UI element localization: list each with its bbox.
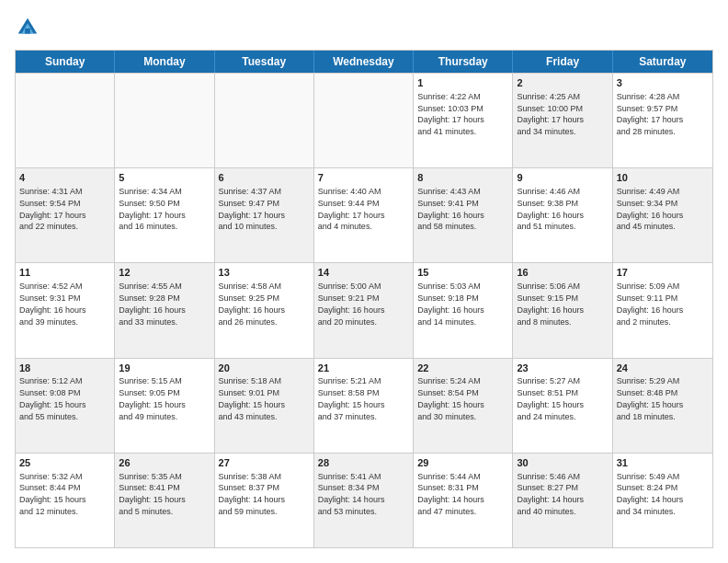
cell-info: Sunrise: 4:40 AM Sunset: 9:44 PM Dayligh… <box>318 187 385 231</box>
calendar-row-5: 25Sunrise: 5:32 AM Sunset: 8:44 PM Dayli… <box>16 453 712 547</box>
calendar: SundayMondayTuesdayWednesdayThursdayFrid… <box>15 50 713 548</box>
cell-info: Sunrise: 5:21 AM Sunset: 8:58 PM Dayligh… <box>318 376 385 420</box>
header-day-sunday: Sunday <box>16 51 115 73</box>
header-day-saturday: Saturday <box>613 51 712 73</box>
calendar-cell-15: 15Sunrise: 5:03 AM Sunset: 9:18 PM Dayli… <box>414 263 513 357</box>
calendar-row-2: 4Sunrise: 4:31 AM Sunset: 9:54 PM Daylig… <box>16 167 712 262</box>
day-number: 3 <box>617 76 709 90</box>
logo-icon <box>15 15 40 40</box>
calendar-header: SundayMondayTuesdayWednesdayThursdayFrid… <box>16 51 712 73</box>
calendar-cell-24: 24Sunrise: 5:29 AM Sunset: 8:48 PM Dayli… <box>613 359 712 453</box>
cell-info: Sunrise: 4:31 AM Sunset: 9:54 PM Dayligh… <box>19 187 86 231</box>
day-number: 22 <box>417 362 508 375</box>
calendar-cell-11: 11Sunrise: 4:52 AM Sunset: 9:31 PM Dayli… <box>16 263 115 357</box>
header-day-wednesday: Wednesday <box>314 51 414 73</box>
header-day-thursday: Thursday <box>414 51 513 73</box>
calendar-cell-2: 2Sunrise: 4:25 AM Sunset: 10:00 PM Dayli… <box>513 74 612 167</box>
day-number: 21 <box>318 362 409 375</box>
day-number: 28 <box>318 456 409 470</box>
calendar-cell-20: 20Sunrise: 5:18 AM Sunset: 9:01 PM Dayli… <box>215 359 314 453</box>
day-number: 1 <box>417 76 508 90</box>
cell-info: Sunrise: 5:00 AM Sunset: 9:21 PM Dayligh… <box>318 282 385 326</box>
calendar-cell-19: 19Sunrise: 5:15 AM Sunset: 9:05 PM Dayli… <box>115 359 214 453</box>
day-number: 12 <box>119 266 210 280</box>
header-day-monday: Monday <box>115 51 214 73</box>
day-number: 23 <box>517 362 608 375</box>
cell-info: Sunrise: 5:09 AM Sunset: 9:11 PM Dayligh… <box>617 282 684 326</box>
calendar-body: 1Sunrise: 4:22 AM Sunset: 10:03 PM Dayli… <box>16 73 712 547</box>
day-number: 24 <box>617 362 709 375</box>
cell-info: Sunrise: 5:12 AM Sunset: 9:08 PM Dayligh… <box>19 376 86 420</box>
day-number: 18 <box>19 362 110 375</box>
calendar-cell-13: 13Sunrise: 4:58 AM Sunset: 9:25 PM Dayli… <box>215 263 314 357</box>
day-number: 17 <box>617 266 709 280</box>
calendar-cell-1: 1Sunrise: 4:22 AM Sunset: 10:03 PM Dayli… <box>414 74 513 167</box>
calendar-cell-22: 22Sunrise: 5:24 AM Sunset: 8:54 PM Dayli… <box>414 359 513 453</box>
cell-info: Sunrise: 5:46 AM Sunset: 8:27 PM Dayligh… <box>517 472 584 516</box>
day-number: 16 <box>517 266 608 280</box>
day-number: 6 <box>219 171 310 185</box>
day-number: 27 <box>219 456 310 470</box>
cell-info: Sunrise: 4:46 AM Sunset: 9:38 PM Dayligh… <box>517 187 584 231</box>
calendar-row-1: 1Sunrise: 4:22 AM Sunset: 10:03 PM Dayli… <box>16 73 712 167</box>
cell-info: Sunrise: 5:49 AM Sunset: 8:24 PM Dayligh… <box>617 472 684 516</box>
cell-info: Sunrise: 5:32 AM Sunset: 8:44 PM Dayligh… <box>19 472 86 516</box>
calendar-cell-21: 21Sunrise: 5:21 AM Sunset: 8:58 PM Dayli… <box>314 359 414 453</box>
cell-info: Sunrise: 5:27 AM Sunset: 8:51 PM Dayligh… <box>517 376 584 420</box>
calendar-cell-17: 17Sunrise: 5:09 AM Sunset: 9:11 PM Dayli… <box>613 263 712 357</box>
calendar-cell-29: 29Sunrise: 5:44 AM Sunset: 8:31 PM Dayli… <box>414 454 513 547</box>
cell-info: Sunrise: 5:03 AM Sunset: 9:18 PM Dayligh… <box>417 282 484 326</box>
day-number: 2 <box>517 76 608 90</box>
calendar-cell-7: 7Sunrise: 4:40 AM Sunset: 9:44 PM Daylig… <box>314 168 414 262</box>
cell-info: Sunrise: 5:15 AM Sunset: 9:05 PM Dayligh… <box>119 376 186 420</box>
calendar-cell-16: 16Sunrise: 5:06 AM Sunset: 9:15 PM Dayli… <box>513 263 612 357</box>
page: SundayMondayTuesdayWednesdayThursdayFrid… <box>0 0 728 563</box>
day-number: 8 <box>417 171 508 185</box>
day-number: 14 <box>318 266 409 280</box>
cell-info: Sunrise: 5:29 AM Sunset: 8:48 PM Dayligh… <box>617 376 684 420</box>
cell-info: Sunrise: 4:25 AM Sunset: 10:00 PM Daylig… <box>517 92 584 136</box>
calendar-cell-9: 9Sunrise: 4:46 AM Sunset: 9:38 PM Daylig… <box>513 168 612 262</box>
cell-info: Sunrise: 4:34 AM Sunset: 9:50 PM Dayligh… <box>119 187 186 231</box>
cell-info: Sunrise: 4:37 AM Sunset: 9:47 PM Dayligh… <box>219 187 286 231</box>
day-number: 9 <box>517 171 608 185</box>
day-number: 20 <box>219 362 310 375</box>
calendar-row-3: 11Sunrise: 4:52 AM Sunset: 9:31 PM Dayli… <box>16 262 712 357</box>
cell-info: Sunrise: 4:55 AM Sunset: 9:28 PM Dayligh… <box>119 282 186 326</box>
cell-info: Sunrise: 5:18 AM Sunset: 9:01 PM Dayligh… <box>219 376 286 420</box>
cell-info: Sunrise: 5:24 AM Sunset: 8:54 PM Dayligh… <box>417 376 484 420</box>
cell-info: Sunrise: 5:41 AM Sunset: 8:34 PM Dayligh… <box>318 472 385 516</box>
calendar-cell-30: 30Sunrise: 5:46 AM Sunset: 8:27 PM Dayli… <box>513 454 612 547</box>
calendar-cell-empty-0-0 <box>16 74 115 167</box>
calendar-cell-3: 3Sunrise: 4:28 AM Sunset: 9:57 PM Daylig… <box>613 74 712 167</box>
cell-info: Sunrise: 5:38 AM Sunset: 8:37 PM Dayligh… <box>219 472 286 516</box>
calendar-cell-28: 28Sunrise: 5:41 AM Sunset: 8:34 PM Dayli… <box>314 454 414 547</box>
cell-info: Sunrise: 5:44 AM Sunset: 8:31 PM Dayligh… <box>417 472 484 516</box>
day-number: 26 <box>119 456 210 470</box>
calendar-cell-25: 25Sunrise: 5:32 AM Sunset: 8:44 PM Dayli… <box>16 454 115 547</box>
calendar-cell-empty-0-3 <box>314 74 414 167</box>
day-number: 15 <box>417 266 508 280</box>
cell-info: Sunrise: 4:22 AM Sunset: 10:03 PM Daylig… <box>417 92 484 136</box>
calendar-cell-5: 5Sunrise: 4:34 AM Sunset: 9:50 PM Daylig… <box>115 168 214 262</box>
day-number: 4 <box>19 171 110 185</box>
calendar-cell-31: 31Sunrise: 5:49 AM Sunset: 8:24 PM Dayli… <box>613 454 712 547</box>
header <box>15 15 713 40</box>
calendar-row-4: 18Sunrise: 5:12 AM Sunset: 9:08 PM Dayli… <box>16 358 712 453</box>
day-number: 13 <box>219 266 310 280</box>
calendar-cell-12: 12Sunrise: 4:55 AM Sunset: 9:28 PM Dayli… <box>115 263 214 357</box>
header-day-tuesday: Tuesday <box>215 51 314 73</box>
day-number: 25 <box>19 456 110 470</box>
cell-info: Sunrise: 5:06 AM Sunset: 9:15 PM Dayligh… <box>517 282 584 326</box>
cell-info: Sunrise: 4:52 AM Sunset: 9:31 PM Dayligh… <box>19 282 86 326</box>
calendar-cell-27: 27Sunrise: 5:38 AM Sunset: 8:37 PM Dayli… <box>215 454 314 547</box>
calendar-cell-8: 8Sunrise: 4:43 AM Sunset: 9:41 PM Daylig… <box>414 168 513 262</box>
calendar-cell-4: 4Sunrise: 4:31 AM Sunset: 9:54 PM Daylig… <box>16 168 115 262</box>
cell-info: Sunrise: 4:43 AM Sunset: 9:41 PM Dayligh… <box>417 187 484 231</box>
day-number: 19 <box>119 362 210 375</box>
calendar-cell-14: 14Sunrise: 5:00 AM Sunset: 9:21 PM Dayli… <box>314 263 414 357</box>
calendar-cell-6: 6Sunrise: 4:37 AM Sunset: 9:47 PM Daylig… <box>215 168 314 262</box>
calendar-cell-26: 26Sunrise: 5:35 AM Sunset: 8:41 PM Dayli… <box>115 454 214 547</box>
cell-info: Sunrise: 5:35 AM Sunset: 8:41 PM Dayligh… <box>119 472 186 516</box>
calendar-cell-10: 10Sunrise: 4:49 AM Sunset: 9:34 PM Dayli… <box>613 168 712 262</box>
